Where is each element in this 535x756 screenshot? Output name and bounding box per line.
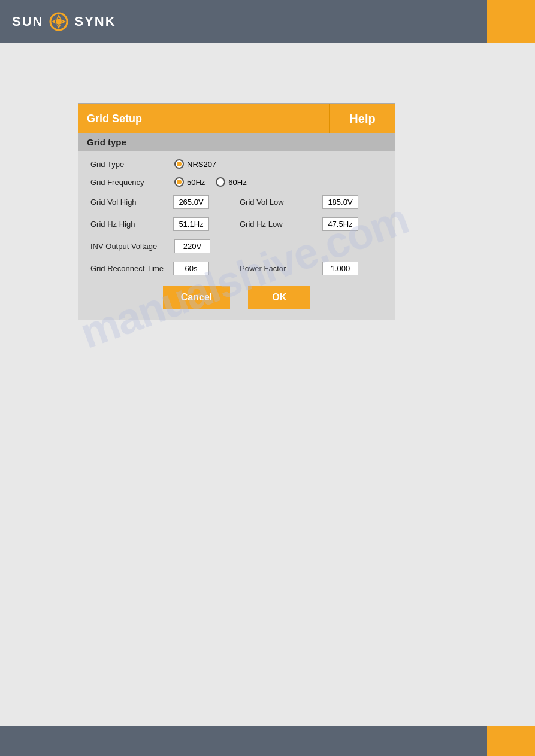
power-factor-value[interactable]: 1.000 (322, 262, 358, 275)
grid-hz-high-value[interactable]: 51.1Hz (173, 217, 209, 231)
logo-icon (48, 11, 69, 32)
reconnect-power-row: Grid Reconnect Time 60s Power Factor 1.0… (90, 262, 383, 275)
radio-dot (177, 162, 182, 166)
grid-hz-low-label: Grid Hz Low (240, 220, 318, 229)
help-button[interactable]: Help (329, 104, 395, 133)
grid-hz-low-value[interactable]: 47.5Hz (322, 217, 358, 231)
freq-50hz-option[interactable]: 50Hz (174, 177, 205, 187)
freq-60hz-option[interactable]: 60Hz (216, 177, 246, 187)
footer-accent (487, 726, 535, 756)
header-accent (487, 0, 535, 43)
grid-freq-label: Grid Frequency (90, 178, 168, 187)
logo: SUN SYNK (12, 11, 116, 32)
freq-60hz-circle[interactable] (216, 177, 225, 187)
grid-vol-low-value[interactable]: 185.0V (322, 195, 358, 209)
grid-vol-high-col: Grid Vol High 265.0V (90, 195, 234, 209)
grid-vol-row: Grid Vol High 265.0V Grid Vol Low 185.0V (90, 195, 383, 209)
freq-50hz-circle[interactable] (174, 177, 184, 187)
freq-60hz-label: 60Hz (228, 178, 246, 187)
dialog-buttons: Cancel OK (90, 286, 383, 309)
grid-vol-low-col: Grid Vol Low 185.0V (240, 195, 383, 209)
footer (0, 726, 535, 756)
grid-type-nrs207-option[interactable]: NRS207 (174, 159, 216, 169)
ok-button[interactable]: OK (248, 286, 310, 309)
dialog-title: Grid Setup (87, 113, 142, 125)
dialog-title-bar: Grid Setup (78, 104, 329, 133)
svg-point-1 (56, 19, 62, 25)
grid-vol-high-value[interactable]: 265.0V (173, 195, 209, 209)
grid-frequency-row: Grid Frequency 50Hz 60Hz (90, 177, 383, 187)
grid-hz-row: Grid Hz High 51.1Hz Grid Hz Low 47.5Hz (90, 217, 383, 231)
grid-type-row: Grid Type NRS207 (90, 159, 383, 169)
grid-setup-dialog: Grid Setup Help Grid type Grid Type NRS2… (78, 103, 395, 320)
grid-reconnect-value[interactable]: 60s (173, 262, 209, 275)
grid-hz-high-label: Grid Hz High (90, 220, 168, 229)
inv-output-row: INV Output Voltage 220V (90, 239, 383, 253)
grid-type-radio-group: NRS207 (174, 159, 216, 169)
logo-synk: SYNK (74, 14, 116, 29)
freq-50hz-dot (177, 180, 182, 184)
grid-hz-low-col: Grid Hz Low 47.5Hz (240, 217, 383, 231)
header: SUN SYNK (0, 0, 535, 43)
grid-type-nrs207-label: NRS207 (187, 160, 216, 169)
grid-type-radio-circle[interactable] (174, 159, 184, 169)
grid-vol-low-label: Grid Vol Low (240, 198, 318, 207)
grid-reconnect-label: Grid Reconnect Time (90, 264, 168, 273)
freq-50hz-label: 50Hz (187, 178, 205, 187)
dialog-header: Grid Setup Help (78, 104, 395, 133)
dialog-body: Grid Type NRS207 Grid Frequency (78, 151, 395, 320)
cancel-button[interactable]: Cancel (163, 286, 230, 309)
inv-output-value[interactable]: 220V (174, 239, 210, 253)
grid-type-bar: Grid type (78, 133, 395, 151)
inv-output-label: INV Output Voltage (90, 242, 168, 251)
grid-hz-high-col: Grid Hz High 51.1Hz (90, 217, 234, 231)
logo-sun: SUN (12, 14, 43, 29)
grid-freq-radio-group: 50Hz 60Hz (174, 177, 247, 187)
grid-type-label: Grid Type (90, 160, 168, 169)
main-content: Grid Setup Help Grid type Grid Type NRS2… (0, 43, 535, 726)
grid-vol-high-label: Grid Vol High (90, 198, 168, 207)
power-factor-label: Power Factor (240, 264, 318, 273)
reconnect-col: Grid Reconnect Time 60s (90, 262, 234, 275)
power-factor-col: Power Factor 1.000 (240, 262, 383, 275)
